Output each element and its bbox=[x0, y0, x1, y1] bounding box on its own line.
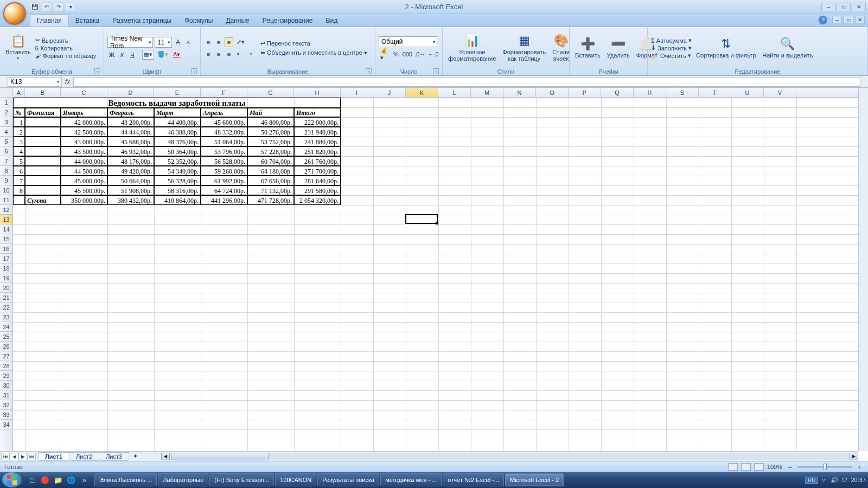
view-pagebreak[interactable] bbox=[754, 463, 764, 471]
qat-save[interactable]: 💾 bbox=[30, 2, 40, 12]
tray-icon[interactable]: 🛡 bbox=[841, 477, 847, 483]
taskbar-item[interactable]: отчёт №2 Excel -... bbox=[443, 473, 504, 486]
align-top[interactable]: ≡ bbox=[204, 37, 213, 47]
clipboard-launcher[interactable]: ↘ bbox=[94, 68, 100, 74]
cell[interactable]: 42 500,00р. bbox=[61, 127, 107, 137]
close-button[interactable]: ✕ bbox=[852, 3, 866, 11]
cell[interactable]: 59 260,00р. bbox=[201, 166, 247, 176]
maximize-button[interactable]: ▭ bbox=[837, 3, 851, 11]
row-header-2[interactable]: 2 bbox=[0, 107, 12, 117]
borders-button[interactable]: ▦▾ bbox=[142, 50, 154, 60]
language-indicator[interactable]: RU bbox=[805, 477, 818, 484]
font-color-button[interactable]: A▾ bbox=[171, 50, 182, 60]
row-header-13[interactable]: 13 bbox=[0, 215, 12, 224]
align-center[interactable]: ≡ bbox=[214, 49, 223, 59]
cell[interactable] bbox=[13, 195, 25, 205]
cell[interactable]: 51 064,00р. bbox=[201, 137, 247, 146]
qat-undo[interactable]: ↶ bbox=[42, 2, 52, 12]
cell[interactable]: 45 600,00р. bbox=[201, 117, 247, 127]
fill-button[interactable]: ⬇Заполнить ▾ bbox=[651, 44, 692, 52]
sheet-first[interactable]: ⏮ bbox=[1, 453, 10, 460]
cell[interactable]: 60 704,00р. bbox=[247, 156, 294, 166]
percent-button[interactable]: % bbox=[392, 49, 400, 59]
row-header-9[interactable]: 9 bbox=[0, 176, 12, 185]
cell[interactable]: 45 500,00р. bbox=[61, 185, 107, 195]
cell[interactable]: 44 400,00р. bbox=[154, 117, 201, 127]
wrap-text-button[interactable]: ↩Перенос текста bbox=[260, 40, 367, 47]
sheet-next[interactable]: ▶ bbox=[18, 453, 27, 460]
cell[interactable] bbox=[25, 166, 61, 176]
doc-close[interactable]: ✕ bbox=[855, 16, 865, 23]
cell[interactable]: 6 bbox=[13, 166, 25, 176]
indent-inc[interactable]: ⇥ bbox=[245, 49, 254, 59]
cell[interactable]: 48 376,00р. bbox=[154, 137, 201, 146]
format-table-button[interactable]: ▦Форматировать как таблицу bbox=[500, 28, 548, 68]
cell[interactable]: 241 880,00р. bbox=[294, 137, 341, 146]
cell[interactable]: 43 200,00р. bbox=[107, 117, 154, 127]
qat-more[interactable]: ▾ bbox=[66, 2, 75, 12]
sheet-last[interactable]: ⏭ bbox=[27, 453, 36, 460]
taskbar-item[interactable]: 100CANON bbox=[275, 473, 316, 486]
view-normal[interactable] bbox=[728, 463, 738, 471]
number-launcher[interactable]: ↘ bbox=[433, 68, 439, 74]
align-bottom[interactable]: ≡ bbox=[225, 37, 233, 47]
grow-font[interactable]: A bbox=[174, 37, 182, 47]
tray-icon[interactable]: ᯤ bbox=[821, 477, 827, 483]
minimize-button[interactable]: – bbox=[821, 3, 835, 11]
row-header-16[interactable]: 16 bbox=[0, 244, 12, 254]
view-layout[interactable] bbox=[741, 463, 751, 471]
col-header-K[interactable]: K bbox=[406, 88, 438, 97]
bold-button[interactable]: Ж bbox=[107, 50, 116, 60]
row-header-6[interactable]: 6 bbox=[0, 146, 12, 156]
cell[interactable]: 231 940,00р. bbox=[294, 127, 341, 137]
vertical-scrollbar[interactable] bbox=[858, 88, 868, 451]
col-header-D[interactable]: D bbox=[107, 88, 154, 97]
row-header-23[interactable]: 23 bbox=[0, 312, 12, 322]
indent-dec[interactable]: ⇤ bbox=[235, 49, 244, 59]
cell[interactable]: 350 000,00р. bbox=[61, 195, 107, 205]
col-header-E[interactable]: E bbox=[154, 88, 201, 97]
cell[interactable]: 7 bbox=[13, 176, 25, 185]
col-header-B[interactable]: B bbox=[25, 88, 61, 97]
font-launcher[interactable]: ↘ bbox=[191, 68, 197, 74]
zoom-out[interactable]: – bbox=[786, 462, 794, 472]
cell[interactable]: 8 bbox=[13, 185, 25, 195]
cell[interactable]: 42 000,00р. bbox=[61, 117, 107, 127]
cell[interactable]: 67 656,00р. bbox=[247, 176, 294, 185]
cell[interactable]: 281 640,00р. bbox=[294, 176, 341, 185]
cell[interactable] bbox=[25, 117, 61, 127]
ql-more[interactable]: » bbox=[78, 474, 90, 486]
row-header-26[interactable]: 26 bbox=[0, 342, 12, 351]
cell[interactable]: 3 bbox=[13, 137, 25, 146]
row-header-24[interactable]: 24 bbox=[0, 322, 12, 332]
cell[interactable]: 52 352,00р. bbox=[154, 156, 201, 166]
sheet-prev[interactable]: ◀ bbox=[10, 453, 18, 460]
ribbon-tab-0[interactable]: Главная bbox=[30, 14, 69, 27]
cell[interactable]: Ведомость выдачи заработной платы bbox=[13, 98, 341, 108]
autosum-button[interactable]: ΣАвтосумма ▾ bbox=[651, 37, 692, 44]
cell[interactable] bbox=[25, 137, 61, 146]
formula-input[interactable] bbox=[73, 77, 860, 87]
row-header-28[interactable]: 28 bbox=[0, 361, 12, 371]
fx-icon[interactable]: fx bbox=[65, 78, 70, 86]
row-header-5[interactable]: 5 bbox=[0, 137, 12, 146]
cell[interactable]: 50 276,00р. bbox=[247, 127, 294, 137]
taskbar-item[interactable]: (H:) Sony Ericsson... bbox=[209, 473, 274, 486]
row-header-8[interactable]: 8 bbox=[0, 166, 12, 176]
col-header-H[interactable]: H bbox=[294, 88, 341, 97]
office-button[interactable] bbox=[3, 2, 26, 25]
help-icon[interactable]: ? bbox=[819, 16, 827, 24]
cell[interactable]: 46 932,00р. bbox=[107, 146, 154, 156]
cell[interactable]: 51 908,00р. bbox=[107, 185, 154, 195]
comma-button[interactable]: 000 bbox=[402, 49, 413, 59]
row-header-15[interactable]: 15 bbox=[0, 234, 12, 244]
cell[interactable]: 45 000,00р. bbox=[61, 176, 107, 185]
sheet-tab-0[interactable]: Лист1 bbox=[38, 452, 69, 461]
cell[interactable]: 46 388,00р. bbox=[154, 127, 201, 137]
row-header-7[interactable]: 7 bbox=[0, 156, 12, 166]
cell[interactable]: 44 500,00р. bbox=[61, 166, 107, 176]
font-size-combo[interactable]: 11 bbox=[155, 37, 172, 48]
row-header-19[interactable]: 19 bbox=[0, 273, 12, 283]
ql-icon[interactable]: 📁 bbox=[52, 474, 64, 486]
cell[interactable]: 471 728,00р. bbox=[247, 195, 294, 205]
